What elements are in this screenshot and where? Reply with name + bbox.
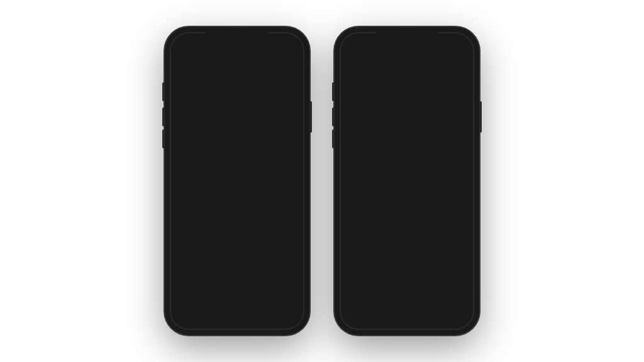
contact-name-lauren: Lauren: [389, 85, 415, 93]
phone-right: 9:41 ▾ ‹ Lauren: [335, 27, 479, 335]
nav-center-right[interactable]: Lauren: [389, 62, 415, 93]
appstore-icon-jane[interactable]: A: [195, 308, 211, 324]
input-placeholder-lauren: Text Message: [392, 312, 438, 321]
phone-left: 9:41 ▾ ‹ Jane: [165, 27, 309, 335]
nav-header-right: ‹ Lauren: [340, 56, 474, 99]
message-timestamp-jane: iMessage Today 9:41 AM: [176, 109, 298, 121]
message-area-lauren: Text Message Today 9:41 AM Frank and Kha…: [340, 99, 474, 301]
avatar-lauren: [391, 62, 413, 84]
status-time-right: 9:41: [350, 41, 365, 50]
phone-screen-left: 9:41 ▾ ‹ Jane: [170, 32, 304, 330]
send-button-lauren[interactable]: ↑: [454, 309, 469, 324]
notch-right: [375, 32, 438, 46]
signal-icon-left: [264, 43, 274, 49]
camera-icon-lauren[interactable]: ⊙: [345, 308, 361, 324]
send-arrow-icon: ↑: [460, 312, 464, 321]
message-bubble-jane-0: Can I call you back later? I'm at an app…: [207, 126, 299, 171]
wifi-icon-left: ▾: [276, 43, 279, 50]
input-placeholder-jane: iMessage: [222, 312, 254, 321]
message-timestamp-lauren: Text Message Today 9:41 AM: [346, 109, 468, 121]
svg-rect-0: [284, 72, 292, 80]
message-wrap-lauren-0: Frank and Khalid are in town. Let's meet…: [346, 126, 468, 182]
nav-center-left[interactable]: Jane: [221, 62, 243, 93]
back-button-right[interactable]: ‹: [347, 70, 351, 84]
battery-icon-right: [452, 43, 464, 49]
status-time-left: 9:41: [180, 41, 195, 50]
message-bubble-lauren-0: Frank and Khalid are in town. Let's meet…: [377, 126, 469, 182]
battery-icon-left: [282, 43, 294, 49]
message-input-lauren[interactable]: Text Message: [385, 307, 450, 325]
notch-left: [206, 32, 269, 46]
camera-icon-jane[interactable]: ⊙: [175, 308, 191, 324]
back-button-left[interactable]: ‹: [177, 70, 181, 84]
nav-header-left: ‹ Jane: [170, 56, 304, 99]
video-call-button-jane[interactable]: [283, 72, 297, 83]
delivered-label-jane: Delivered: [272, 172, 298, 178]
input-bar-lauren: ⊙ A Text Message ↑: [340, 301, 474, 330]
contact-name-jane: Jane: [223, 85, 242, 93]
audio-icon-jane[interactable]: 🎵: [289, 311, 299, 321]
avatar-jane: [221, 62, 243, 84]
appstore-icon-lauren[interactable]: A: [365, 308, 381, 324]
input-bar-jane: ⊙ A iMessage 🎵: [170, 301, 304, 330]
status-icons-right: ▾: [434, 43, 464, 50]
message-input-jane[interactable]: iMessage: [215, 307, 285, 325]
phone-screen-right: 9:41 ▾ ‹ Lauren: [340, 32, 474, 330]
message-wrap-jane-0: Can I call you back later? I'm at an app…: [176, 126, 298, 178]
message-area-jane: iMessage Today 9:41 AM Can I call you ba…: [170, 99, 304, 301]
wifi-icon-right: ▾: [446, 43, 449, 50]
signal-icon-right: [434, 43, 443, 49]
status-icons-left: ▾: [264, 43, 294, 50]
